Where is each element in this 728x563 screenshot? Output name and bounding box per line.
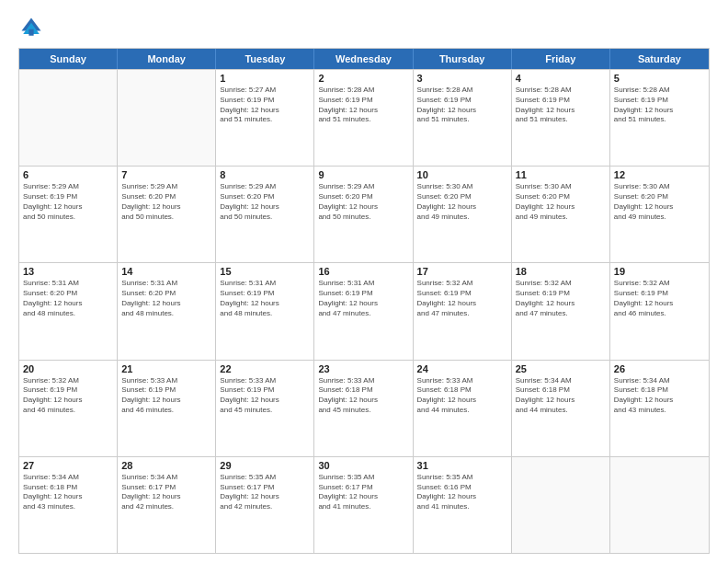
day-cell-4: 4Sunrise: 5:28 AM Sunset: 6:19 PM Daylig… bbox=[512, 70, 610, 166]
day-info: Sunrise: 5:32 AM Sunset: 6:19 PM Dayligh… bbox=[516, 279, 606, 318]
day-cell-19: 19Sunrise: 5:32 AM Sunset: 6:19 PM Dayli… bbox=[610, 263, 709, 359]
day-cell-16: 16Sunrise: 5:31 AM Sunset: 6:19 PM Dayli… bbox=[314, 263, 413, 359]
header bbox=[18, 15, 710, 40]
day-number: 9 bbox=[318, 169, 408, 180]
day-number: 11 bbox=[516, 169, 606, 180]
week-row-4: 20Sunrise: 5:32 AM Sunset: 6:19 PM Dayli… bbox=[19, 360, 709, 456]
day-cell-9: 9Sunrise: 5:29 AM Sunset: 6:20 PM Daylig… bbox=[314, 167, 413, 262]
day-info: Sunrise: 5:29 AM Sunset: 6:19 PM Dayligh… bbox=[23, 182, 113, 222]
day-cell-10: 10Sunrise: 5:30 AM Sunset: 6:20 PM Dayli… bbox=[414, 167, 512, 262]
day-cell-27: 27Sunrise: 5:34 AM Sunset: 6:18 PM Dayli… bbox=[19, 457, 118, 553]
day-info: Sunrise: 5:32 AM Sunset: 6:19 PM Dayligh… bbox=[614, 279, 705, 318]
day-cell-14: 14Sunrise: 5:31 AM Sunset: 6:20 PM Dayli… bbox=[118, 263, 216, 359]
day-info: Sunrise: 5:31 AM Sunset: 6:20 PM Dayligh… bbox=[23, 279, 113, 318]
day-number: 28 bbox=[121, 460, 211, 471]
calendar: SundayMondayTuesdayWednesdayThursdayFrid… bbox=[18, 48, 710, 554]
day-cell-2: 2Sunrise: 5:28 AM Sunset: 6:19 PM Daylig… bbox=[314, 70, 413, 166]
day-number: 22 bbox=[220, 363, 310, 374]
day-cell-6: 6Sunrise: 5:29 AM Sunset: 6:19 PM Daylig… bbox=[19, 167, 118, 262]
day-info: Sunrise: 5:34 AM Sunset: 6:17 PM Dayligh… bbox=[121, 473, 211, 512]
day-info: Sunrise: 5:30 AM Sunset: 6:20 PM Dayligh… bbox=[516, 182, 606, 222]
day-info: Sunrise: 5:31 AM Sunset: 6:20 PM Dayligh… bbox=[121, 279, 211, 318]
day-cell-18: 18Sunrise: 5:32 AM Sunset: 6:19 PM Dayli… bbox=[512, 263, 610, 359]
calendar-body: 1Sunrise: 5:27 AM Sunset: 6:19 PM Daylig… bbox=[19, 69, 709, 553]
day-number: 21 bbox=[121, 363, 211, 374]
day-info: Sunrise: 5:28 AM Sunset: 6:19 PM Dayligh… bbox=[516, 86, 606, 125]
day-info: Sunrise: 5:33 AM Sunset: 6:19 PM Dayligh… bbox=[220, 376, 310, 416]
day-info: Sunrise: 5:29 AM Sunset: 6:20 PM Dayligh… bbox=[318, 182, 408, 222]
day-info: Sunrise: 5:35 AM Sunset: 6:16 PM Dayligh… bbox=[417, 473, 507, 512]
day-cell-22: 22Sunrise: 5:33 AM Sunset: 6:19 PM Dayli… bbox=[216, 361, 314, 456]
empty-cell bbox=[610, 457, 709, 553]
day-number: 4 bbox=[516, 73, 606, 84]
page: SundayMondayTuesdayWednesdayThursdayFrid… bbox=[0, 0, 728, 563]
day-cell-20: 20Sunrise: 5:32 AM Sunset: 6:19 PM Dayli… bbox=[19, 361, 118, 456]
header-day-monday: Monday bbox=[118, 49, 216, 69]
day-info: Sunrise: 5:28 AM Sunset: 6:19 PM Dayligh… bbox=[417, 86, 507, 125]
day-cell-7: 7Sunrise: 5:29 AM Sunset: 6:20 PM Daylig… bbox=[118, 167, 216, 262]
day-cell-12: 12Sunrise: 5:30 AM Sunset: 6:20 PM Dayli… bbox=[610, 167, 709, 262]
day-info: Sunrise: 5:33 AM Sunset: 6:19 PM Dayligh… bbox=[121, 376, 211, 416]
week-row-3: 13Sunrise: 5:31 AM Sunset: 6:20 PM Dayli… bbox=[19, 262, 709, 359]
day-number: 27 bbox=[23, 460, 113, 471]
day-info: Sunrise: 5:27 AM Sunset: 6:19 PM Dayligh… bbox=[220, 86, 310, 125]
day-cell-11: 11Sunrise: 5:30 AM Sunset: 6:20 PM Dayli… bbox=[512, 167, 610, 262]
empty-cell bbox=[512, 457, 610, 553]
day-cell-23: 23Sunrise: 5:33 AM Sunset: 6:18 PM Dayli… bbox=[314, 361, 413, 456]
day-number: 6 bbox=[23, 169, 113, 180]
header-day-sunday: Sunday bbox=[19, 49, 118, 69]
day-info: Sunrise: 5:32 AM Sunset: 6:19 PM Dayligh… bbox=[417, 279, 507, 318]
day-cell-3: 3Sunrise: 5:28 AM Sunset: 6:19 PM Daylig… bbox=[414, 70, 512, 166]
day-number: 25 bbox=[516, 363, 606, 374]
day-cell-28: 28Sunrise: 5:34 AM Sunset: 6:17 PM Dayli… bbox=[118, 457, 216, 553]
day-cell-8: 8Sunrise: 5:29 AM Sunset: 6:20 PM Daylig… bbox=[216, 167, 314, 262]
day-number: 19 bbox=[614, 266, 705, 277]
day-info: Sunrise: 5:34 AM Sunset: 6:18 PM Dayligh… bbox=[614, 376, 705, 416]
day-info: Sunrise: 5:29 AM Sunset: 6:20 PM Dayligh… bbox=[220, 182, 310, 222]
day-number: 20 bbox=[23, 363, 113, 374]
day-cell-21: 21Sunrise: 5:33 AM Sunset: 6:19 PM Dayli… bbox=[118, 361, 216, 456]
day-info: Sunrise: 5:35 AM Sunset: 6:17 PM Dayligh… bbox=[318, 473, 408, 512]
day-info: Sunrise: 5:28 AM Sunset: 6:19 PM Dayligh… bbox=[614, 86, 705, 125]
day-number: 12 bbox=[614, 169, 705, 180]
week-row-2: 6Sunrise: 5:29 AM Sunset: 6:19 PM Daylig… bbox=[19, 166, 709, 262]
logo-icon bbox=[18, 15, 44, 40]
day-cell-25: 25Sunrise: 5:34 AM Sunset: 6:18 PM Dayli… bbox=[512, 361, 610, 456]
day-cell-13: 13Sunrise: 5:31 AM Sunset: 6:20 PM Dayli… bbox=[19, 263, 118, 359]
day-number: 29 bbox=[220, 460, 310, 471]
day-info: Sunrise: 5:31 AM Sunset: 6:19 PM Dayligh… bbox=[318, 279, 408, 318]
day-cell-30: 30Sunrise: 5:35 AM Sunset: 6:17 PM Dayli… bbox=[314, 457, 413, 553]
day-info: Sunrise: 5:30 AM Sunset: 6:20 PM Dayligh… bbox=[614, 182, 705, 222]
day-number: 13 bbox=[23, 266, 113, 277]
day-info: Sunrise: 5:31 AM Sunset: 6:19 PM Dayligh… bbox=[220, 279, 310, 318]
day-info: Sunrise: 5:29 AM Sunset: 6:20 PM Dayligh… bbox=[121, 182, 211, 222]
day-number: 30 bbox=[318, 460, 408, 471]
day-number: 14 bbox=[121, 266, 211, 277]
day-cell-1: 1Sunrise: 5:27 AM Sunset: 6:19 PM Daylig… bbox=[216, 70, 314, 166]
day-info: Sunrise: 5:32 AM Sunset: 6:19 PM Dayligh… bbox=[23, 376, 113, 416]
empty-cell bbox=[118, 70, 216, 166]
day-cell-29: 29Sunrise: 5:35 AM Sunset: 6:17 PM Dayli… bbox=[216, 457, 314, 553]
day-number: 15 bbox=[220, 266, 310, 277]
week-row-1: 1Sunrise: 5:27 AM Sunset: 6:19 PM Daylig… bbox=[19, 69, 709, 166]
day-number: 7 bbox=[121, 169, 211, 180]
day-number: 8 bbox=[220, 169, 310, 180]
day-cell-17: 17Sunrise: 5:32 AM Sunset: 6:19 PM Dayli… bbox=[414, 263, 512, 359]
header-day-tuesday: Tuesday bbox=[216, 49, 314, 69]
day-info: Sunrise: 5:34 AM Sunset: 6:18 PM Dayligh… bbox=[516, 376, 606, 416]
empty-cell bbox=[19, 70, 118, 166]
day-info: Sunrise: 5:28 AM Sunset: 6:19 PM Dayligh… bbox=[318, 86, 408, 125]
day-number: 16 bbox=[318, 266, 408, 277]
day-info: Sunrise: 5:35 AM Sunset: 6:17 PM Dayligh… bbox=[220, 473, 310, 512]
day-number: 24 bbox=[417, 363, 507, 374]
day-info: Sunrise: 5:33 AM Sunset: 6:18 PM Dayligh… bbox=[417, 376, 507, 416]
week-row-5: 27Sunrise: 5:34 AM Sunset: 6:18 PM Dayli… bbox=[19, 456, 709, 553]
day-number: 31 bbox=[417, 460, 507, 471]
day-number: 10 bbox=[417, 169, 507, 180]
day-info: Sunrise: 5:30 AM Sunset: 6:20 PM Dayligh… bbox=[417, 182, 507, 222]
day-cell-15: 15Sunrise: 5:31 AM Sunset: 6:19 PM Dayli… bbox=[216, 263, 314, 359]
day-number: 2 bbox=[318, 73, 408, 84]
header-day-wednesday: Wednesday bbox=[314, 49, 413, 69]
day-info: Sunrise: 5:33 AM Sunset: 6:18 PM Dayligh… bbox=[318, 376, 408, 416]
day-cell-26: 26Sunrise: 5:34 AM Sunset: 6:18 PM Dayli… bbox=[610, 361, 709, 456]
